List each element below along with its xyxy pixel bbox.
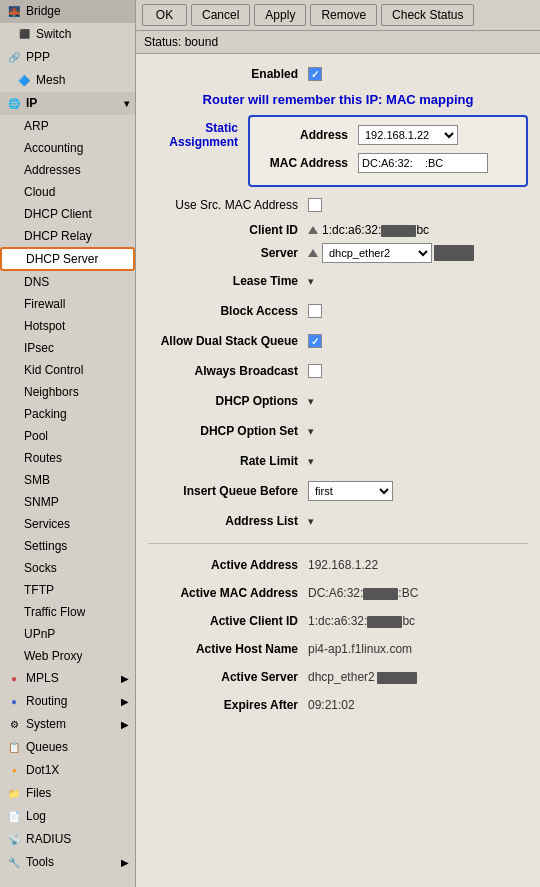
use-src-mac-checkbox[interactable] xyxy=(308,198,322,212)
sidebar-item-dhcp-server[interactable]: DHCP Server xyxy=(0,247,135,271)
insert-queue-select[interactable]: first xyxy=(308,481,393,501)
apply-button[interactable]: Apply xyxy=(254,4,306,26)
server-row: Server dhcp_ether2 xyxy=(148,243,528,263)
dhcp-option-set-row: DHCP Option Set ▾ xyxy=(148,419,528,443)
active-mac-label: Active MAC Address xyxy=(148,586,308,600)
address-select[interactable]: 192.168.1.22 xyxy=(358,125,458,145)
sidebar-item-tools[interactable]: 🔧 Tools ▶ xyxy=(0,851,135,874)
active-server-label: Active Server xyxy=(148,670,308,684)
sidebar-item-dot1x[interactable]: 🔸 Dot1X xyxy=(0,759,135,782)
routing-arrow: ▶ xyxy=(121,696,129,707)
sidebar-item-web-proxy[interactable]: Web Proxy xyxy=(0,645,135,667)
sidebar-item-hotspot[interactable]: Hotspot xyxy=(0,315,135,337)
sidebar-item-arp[interactable]: ARP xyxy=(0,115,135,137)
use-src-mac-row: Use Src. MAC Address xyxy=(148,193,528,217)
sidebar-item-files[interactable]: 📁 Files xyxy=(0,782,135,805)
sidebar-item-traffic-flow[interactable]: Traffic Flow xyxy=(0,601,135,623)
sidebar-item-mesh[interactable]: 🔷 Mesh xyxy=(0,69,135,92)
active-hostname-label: Active Host Name xyxy=(148,642,308,656)
sidebar-item-radius[interactable]: 📡 RADIUS xyxy=(0,828,135,851)
sidebar-item-mpls[interactable]: ● MPLS ▶ xyxy=(0,667,135,690)
mac-input-container xyxy=(358,153,488,173)
sidebar-item-smb[interactable]: SMB xyxy=(0,469,135,491)
sidebar-item-firewall[interactable]: Firewall xyxy=(0,293,135,315)
sidebar-item-dns[interactable]: DNS xyxy=(0,271,135,293)
active-section: Active Address 192.168.1.22 Active MAC A… xyxy=(148,554,528,716)
active-address-label: Active Address xyxy=(148,558,308,572)
rate-limit-arrow[interactable]: ▾ xyxy=(308,455,314,468)
sidebar-item-neighbors[interactable]: Neighbors xyxy=(0,381,135,403)
server-select[interactable]: dhcp_ether2 xyxy=(322,243,432,263)
server-expand-icon[interactable] xyxy=(308,249,318,257)
sidebar-item-routes[interactable]: Routes xyxy=(0,447,135,469)
allow-dual-stack-checkbox[interactable] xyxy=(308,334,322,348)
sidebar-item-switch[interactable]: ⬛ Switch xyxy=(0,23,135,46)
cancel-button[interactable]: Cancel xyxy=(191,4,250,26)
client-id-row: Client ID 1:dc:a6:32:bc xyxy=(148,223,528,237)
insert-queue-before-label: Insert Queue Before xyxy=(148,484,308,498)
block-access-label: Block Access xyxy=(148,304,308,318)
insert-queue-before-row: Insert Queue Before first xyxy=(148,479,528,503)
client-id-value: 1:dc:a6:32:bc xyxy=(322,223,429,237)
sidebar-item-tftp[interactable]: TFTP xyxy=(0,579,135,601)
always-broadcast-row: Always Broadcast xyxy=(148,359,528,383)
static-box: Address 192.168.1.22 MAC Address xyxy=(248,115,528,187)
address-list-arrow[interactable]: ▾ xyxy=(308,515,314,528)
mpls-arrow: ▶ xyxy=(121,673,129,684)
allow-dual-stack-row: Allow Dual Stack Queue xyxy=(148,329,528,353)
queues-icon: 📋 xyxy=(6,739,22,755)
mac-address-row: MAC Address xyxy=(258,151,518,175)
sidebar-item-bridge[interactable]: 🌉 Bridge xyxy=(0,0,135,23)
address-row: Address 192.168.1.22 xyxy=(258,123,518,147)
mac-address-input[interactable] xyxy=(358,153,488,173)
sidebar-item-queues[interactable]: 📋 Queues xyxy=(0,736,135,759)
dhcp-options-arrow[interactable]: ▾ xyxy=(308,395,314,408)
expires-after-label: Expires After xyxy=(148,698,308,712)
sidebar-item-dhcp-client[interactable]: DHCP Client xyxy=(0,203,135,225)
sidebar-item-ipsec[interactable]: IPsec xyxy=(0,337,135,359)
enabled-checkbox[interactable] xyxy=(308,67,322,81)
sidebar-item-packing[interactable]: Packing xyxy=(0,403,135,425)
status-bar: Status: bound xyxy=(136,31,540,54)
system-arrow: ▶ xyxy=(121,719,129,730)
sidebar-item-system[interactable]: ⚙ System ▶ xyxy=(0,713,135,736)
active-client-id-row: Active Client ID 1:dc:a6:32:bc xyxy=(148,610,528,632)
remove-button[interactable]: Remove xyxy=(310,4,377,26)
routing-icon: ● xyxy=(6,693,22,709)
sidebar-item-snmp[interactable]: SNMP xyxy=(0,491,135,513)
sidebar-item-addresses[interactable]: Addresses xyxy=(0,159,135,181)
enabled-row: Enabled xyxy=(148,62,528,86)
always-broadcast-checkbox[interactable] xyxy=(308,364,322,378)
active-address-row: Active Address 192.168.1.22 xyxy=(148,554,528,576)
active-server-value: dhcp_ether2 xyxy=(308,670,417,684)
log-icon: 📄 xyxy=(6,808,22,824)
sidebar-item-ppp[interactable]: 🔗 PPP xyxy=(0,46,135,69)
sidebar-item-settings[interactable]: Settings xyxy=(0,535,135,557)
address-list-row: Address List ▾ xyxy=(148,509,528,533)
sidebar-item-routing[interactable]: ● Routing ▶ xyxy=(0,690,135,713)
sidebar-item-accounting[interactable]: Accounting xyxy=(0,137,135,159)
block-access-checkbox[interactable] xyxy=(308,304,322,318)
active-server-row: Active Server dhcp_ether2 xyxy=(148,666,528,688)
ok-button[interactable]: OK xyxy=(142,4,187,26)
sidebar-item-log[interactable]: 📄 Log xyxy=(0,805,135,828)
tools-icon: 🔧 xyxy=(6,854,22,870)
sidebar-item-dhcp-relay[interactable]: DHCP Relay xyxy=(0,225,135,247)
lease-time-arrow[interactable]: ▾ xyxy=(308,275,314,288)
sidebar-item-socks[interactable]: Socks xyxy=(0,557,135,579)
check-status-button[interactable]: Check Status xyxy=(381,4,474,26)
sidebar-item-cloud[interactable]: Cloud xyxy=(0,181,135,203)
active-mac-value: DC:A6:32::BC xyxy=(308,586,418,600)
sidebar: 🌉 Bridge ⬛ Switch 🔗 PPP 🔷 Mesh 🌐 IP ▾ AR… xyxy=(0,0,136,887)
sidebar-item-upnp[interactable]: UPnP xyxy=(0,623,135,645)
sidebar-item-kid-control[interactable]: Kid Control xyxy=(0,359,135,381)
bridge-icon: 🌉 xyxy=(6,3,22,19)
dhcp-option-set-arrow[interactable]: ▾ xyxy=(308,425,314,438)
sidebar-item-ip[interactable]: 🌐 IP ▾ xyxy=(0,92,135,115)
active-address-value: 192.168.1.22 xyxy=(308,558,378,572)
files-icon: 📁 xyxy=(6,785,22,801)
sidebar-item-pool[interactable]: Pool xyxy=(0,425,135,447)
sidebar-item-services[interactable]: Services xyxy=(0,513,135,535)
client-id-expand-icon[interactable] xyxy=(308,226,318,234)
active-server-redacted xyxy=(377,672,417,684)
